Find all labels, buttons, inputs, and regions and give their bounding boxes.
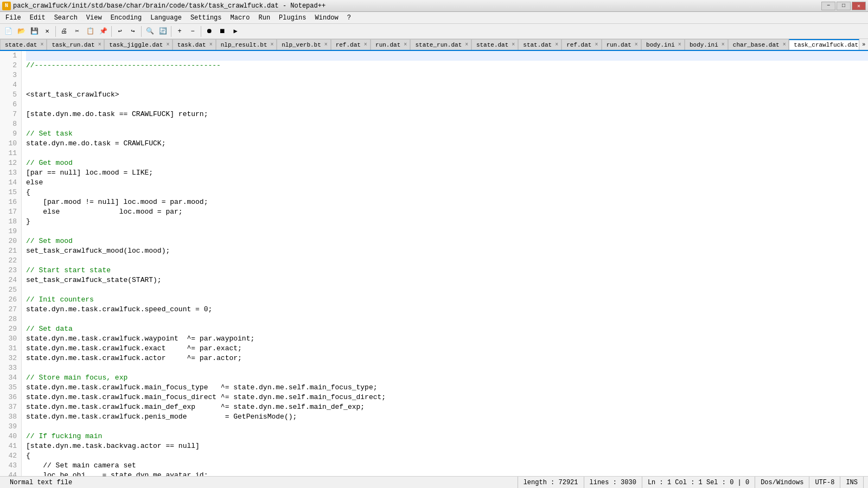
tab-15[interactable]: char_base.dat× xyxy=(728,39,789,50)
tab-close-11[interactable]: × xyxy=(595,42,598,48)
tab-4[interactable]: nlp_result.bt× xyxy=(216,39,277,50)
tab-scroll-arrow[interactable]: » xyxy=(859,39,868,50)
code-line-38: state.dyn.me.task.crawlfuck.penis_mode =… xyxy=(26,412,868,422)
tab-close-3[interactable]: × xyxy=(209,42,213,48)
menu-item-search[interactable]: Search xyxy=(50,12,82,24)
position-status: Ln : 1 Col : 1 Sel : 0 | 0 xyxy=(642,477,755,489)
tab-close-1[interactable]: × xyxy=(98,42,101,48)
menu-item-encoding[interactable]: Encoding xyxy=(106,12,146,24)
macro-stop-button[interactable]: ⏹ xyxy=(216,25,228,37)
cut-button[interactable]: ✂ xyxy=(71,25,83,37)
menu-item-edit[interactable]: Edit xyxy=(25,12,50,24)
tab-3[interactable]: task.dat× xyxy=(173,39,216,50)
line-number-42: 42 xyxy=(2,451,17,461)
line-number-39: 39 xyxy=(2,422,17,432)
tab-label-12: run.dat xyxy=(607,42,631,48)
editor-container: 1234567891011121314151617181920212223242… xyxy=(0,51,868,476)
tab-14[interactable]: body.ini× xyxy=(685,39,728,50)
copy-button[interactable]: 📋 xyxy=(84,25,96,37)
sep1 xyxy=(55,26,56,37)
line-number-8: 8 xyxy=(2,119,17,129)
tab-close-0[interactable]: × xyxy=(40,42,43,48)
menu-item-?[interactable]: ? xyxy=(343,12,355,24)
close-all-button[interactable]: ✕ xyxy=(41,25,53,37)
menu-item-view[interactable]: View xyxy=(82,12,106,24)
code-line-42: { xyxy=(26,451,868,461)
tab-label-4: nlp_result.bt xyxy=(221,42,267,48)
tab-close-9[interactable]: × xyxy=(512,42,515,48)
tab-11[interactable]: ref.dat× xyxy=(561,39,601,50)
tab-13[interactable]: body.ini× xyxy=(641,39,685,50)
sep5 xyxy=(201,26,201,37)
menu-item-file[interactable]: File xyxy=(1,12,25,24)
tab-close-14[interactable]: × xyxy=(722,42,725,48)
new-button[interactable]: 📄 xyxy=(2,25,14,37)
tab-9[interactable]: state.dat× xyxy=(471,39,518,50)
undo-button[interactable]: ↩ xyxy=(114,25,126,37)
line-number-18: 18 xyxy=(2,217,17,227)
tab-label-8: state_run.dat xyxy=(415,42,462,48)
tab-7[interactable]: run.dat× xyxy=(371,39,410,50)
tab-8[interactable]: state_run.dat× xyxy=(410,39,471,50)
line-number-5: 5 xyxy=(2,90,17,100)
tab-close-13[interactable]: × xyxy=(678,42,681,48)
redo-button[interactable]: ↪ xyxy=(127,25,139,37)
close-button[interactable]: ✕ xyxy=(852,2,866,10)
tab-12[interactable]: run.dat× xyxy=(602,39,641,50)
tab-1[interactable]: task_run.dat× xyxy=(47,39,104,50)
menu-item-window[interactable]: Window xyxy=(311,12,343,24)
tab-16[interactable]: task_crawlfuck.dat× xyxy=(789,39,859,50)
macro-play-button[interactable]: ▶ xyxy=(229,25,241,37)
line-number-13: 13 xyxy=(2,168,17,178)
code-line-19 xyxy=(26,227,868,236)
maximize-button[interactable]: □ xyxy=(837,2,851,10)
tab-close-6[interactable]: × xyxy=(364,42,367,48)
macro-record-button[interactable]: ⏺ xyxy=(203,25,215,37)
tab-6[interactable]: ref.dat× xyxy=(331,39,371,50)
find-button[interactable]: 🔍 xyxy=(144,25,156,37)
print-button[interactable]: 🖨 xyxy=(58,25,70,37)
tab-close-12[interactable]: × xyxy=(635,42,638,48)
zoom-in-button[interactable]: + xyxy=(174,25,186,37)
tab-5[interactable]: nlp_verb.bt× xyxy=(277,39,330,50)
replace-button[interactable]: 🔄 xyxy=(157,25,169,37)
menu-item-run[interactable]: Run xyxy=(254,12,275,24)
tab-label-7: run.dat xyxy=(375,42,400,48)
tab-close-15[interactable]: × xyxy=(783,42,786,48)
line-number-31: 31 xyxy=(2,344,17,354)
tab-0[interactable]: state.dat× xyxy=(0,39,47,50)
tab-10[interactable]: stat.dat× xyxy=(518,39,561,50)
menu-item-settings[interactable]: Settings xyxy=(186,12,226,24)
tab-close-8[interactable]: × xyxy=(465,42,468,48)
line-numbers: 1234567891011121314151617181920212223242… xyxy=(0,51,22,476)
line-number-16: 16 xyxy=(2,197,17,207)
save-button[interactable]: 💾 xyxy=(28,25,40,37)
minimize-button[interactable]: − xyxy=(821,2,835,10)
code-line-39 xyxy=(26,422,868,432)
line-number-23: 23 xyxy=(2,266,17,275)
tab-label-5: nlp_verb.bt xyxy=(282,42,321,48)
status-bar: Normal text file length : 72921 lines : … xyxy=(0,476,868,488)
line-number-43: 43 xyxy=(2,461,17,471)
tab-close-5[interactable]: × xyxy=(324,42,328,48)
code-editor[interactable]: //--------------------------------------… xyxy=(22,51,868,476)
tab-close-2[interactable]: × xyxy=(166,42,169,48)
menu-item-plugins[interactable]: Plugins xyxy=(275,12,310,24)
menu-item-macro[interactable]: Macro xyxy=(226,12,254,24)
tab-close-10[interactable]: × xyxy=(555,42,558,48)
zoom-out-button[interactable]: − xyxy=(187,25,199,37)
line-number-29: 29 xyxy=(2,324,17,334)
code-line-32: state.dyn.me.task.crawlfuck.actor ^= par… xyxy=(26,354,868,363)
paste-button[interactable]: 📌 xyxy=(97,25,109,37)
open-button[interactable]: 📂 xyxy=(15,25,27,37)
line-number-35: 35 xyxy=(2,383,17,393)
tab-close-7[interactable]: × xyxy=(404,42,407,48)
sep3 xyxy=(141,26,142,37)
tab-close-4[interactable]: × xyxy=(271,42,274,48)
line-number-24: 24 xyxy=(2,275,17,285)
code-line-40: // If fucking main xyxy=(26,432,868,441)
menu-item-language[interactable]: Language xyxy=(146,12,186,24)
line-number-14: 14 xyxy=(2,178,17,188)
line-number-33: 33 xyxy=(2,363,17,373)
tab-2[interactable]: task_jiggle.dat× xyxy=(104,39,172,50)
